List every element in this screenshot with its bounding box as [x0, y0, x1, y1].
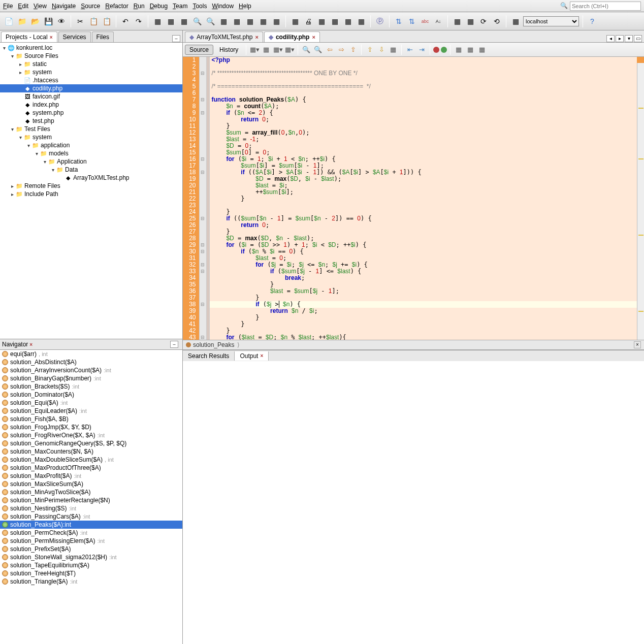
navigator-item[interactable]: solution_FrogJmp($X, $Y, $D) — [0, 423, 182, 431]
menu-refactor[interactable]: Refactor — [105, 3, 128, 10]
new-file-icon[interactable]: 📄 — [3, 16, 14, 27]
tree-item[interactable]: ▾📁system — [0, 133, 182, 141]
navigator-item[interactable]: solution_StoneWall_sigma2012($H):int — [0, 553, 182, 561]
nav-icon[interactable]: ⇦ — [325, 45, 335, 55]
tool-icon[interactable]: ▦▾ — [273, 45, 283, 55]
navigator-item[interactable]: solution_MaxProductOfThree($A) — [0, 464, 182, 472]
twisty-icon[interactable]: ▸ — [17, 70, 23, 75]
navigator-item[interactable]: solution_MaxCounters($N, $A) — [0, 447, 182, 456]
config-select[interactable]: localhost — [523, 16, 579, 26]
tree-item[interactable]: ▸📁Remote Files — [0, 182, 182, 190]
tree-item[interactable]: ▾📁Application — [0, 157, 182, 166]
tool-icon[interactable]: ▦ — [465, 45, 475, 55]
zoom-in-icon[interactable]: 🔍 — [205, 16, 216, 27]
find-prev-icon[interactable]: 🔍 — [301, 45, 311, 55]
navigator-item[interactable]: solution_MaxProfit($A):int — [0, 472, 182, 480]
tree-item[interactable]: 📄.htaccess — [0, 76, 182, 84]
navigator-item[interactable]: solution_PermMissingElem($A):int — [0, 537, 182, 545]
tree-item[interactable]: ▸📁system — [0, 68, 182, 76]
tool-icon[interactable]: ▦ — [356, 16, 367, 27]
tool-icon[interactable]: ▦ — [289, 16, 301, 27]
paste-icon[interactable]: 📋 — [101, 16, 112, 27]
twisty-icon[interactable]: ▾ — [34, 151, 40, 156]
new-project-icon[interactable]: 📁 — [16, 16, 27, 27]
open-icon[interactable]: 📂 — [29, 16, 41, 27]
sort-icon[interactable]: ⇅ — [406, 16, 417, 27]
twisty-icon[interactable]: ▾ — [9, 126, 15, 132]
tool-icon[interactable]: ▦ — [510, 16, 521, 27]
tree-item[interactable]: ◆ArrayToXMLTest.php — [0, 174, 182, 182]
twisty-icon[interactable]: ▸ — [9, 191, 15, 197]
tool-icon[interactable]: ▦ — [477, 45, 487, 55]
sync-icon[interactable]: ⟲ — [491, 16, 502, 27]
navigator-list[interactable]: equi($arr), intsolution_AbsDistinct($A)s… — [0, 350, 182, 644]
bottom-tab[interactable]: Output× — [235, 351, 269, 361]
redo-icon[interactable]: ↷ — [133, 16, 144, 27]
tool-icon[interactable]: ▦ — [342, 16, 353, 27]
menu-view[interactable]: View — [34, 3, 47, 10]
bottom-tab[interactable]: Search Results — [183, 351, 235, 361]
navigator-item[interactable]: solution_Brackets($S):int — [0, 382, 182, 391]
tool-icon[interactable]: ▦ — [454, 45, 464, 55]
tool-icon[interactable]: ▦▾ — [284, 45, 295, 55]
navigator-item[interactable]: solution_TreeHeight($T) — [0, 569, 182, 577]
tree-item[interactable]: ◆index.php — [0, 101, 182, 109]
menu-source[interactable]: Source — [81, 3, 100, 10]
tree-item[interactable]: ▸📁Include Path — [0, 190, 182, 198]
find-next-icon[interactable]: 🔍 — [313, 45, 323, 55]
close-icon[interactable]: × — [50, 35, 53, 40]
project-tree[interactable]: ▾🌐konkurent.loc▾📁Source Files▸📁static▸📁s… — [0, 43, 182, 339]
tree-item[interactable]: ▾📁models — [0, 149, 182, 157]
menu-help[interactable]: Help — [239, 3, 251, 10]
twisty-icon[interactable]: ▸ — [17, 61, 23, 67]
close-icon[interactable]: × — [255, 34, 259, 40]
nav-up-icon[interactable]: ⇧ — [365, 45, 375, 55]
navigator-item[interactable]: solution_PrefixSet($A) — [0, 545, 182, 553]
tool-icon[interactable]: ▦ — [329, 16, 340, 27]
zoom-out-icon[interactable]: 🔍 — [191, 16, 203, 27]
maximize-icon[interactable]: ▭ — [634, 35, 642, 42]
source-tab[interactable]: Source — [185, 45, 213, 55]
twisty-icon[interactable]: ▸ — [9, 183, 15, 189]
navigator-item[interactable]: solution_Equi($A):int — [0, 399, 182, 407]
tree-item[interactable]: ◆system.php — [0, 109, 182, 117]
navigator-item[interactable]: solution_Nesting($S):int — [0, 504, 182, 512]
refresh-icon[interactable]: ⟳ — [478, 16, 489, 27]
az-icon[interactable]: A↓ — [433, 16, 444, 27]
overview-ruler[interactable] — [637, 57, 644, 340]
tool-icon[interactable]: ▦▾ — [249, 45, 260, 55]
twisty-icon[interactable]: ▾ — [17, 135, 23, 140]
menu-team[interactable]: Team — [173, 3, 187, 10]
sort-icon[interactable]: ⇅ — [393, 16, 404, 27]
undo-icon[interactable]: ↶ — [120, 16, 131, 27]
close-icon[interactable]: × — [29, 342, 33, 347]
twisty-icon[interactable]: ▾ — [25, 143, 31, 148]
macro-play-icon[interactable] — [441, 47, 447, 53]
macro-record-icon[interactable] — [433, 47, 439, 53]
php-icon[interactable]: ⓟ — [374, 16, 385, 27]
menu-debug[interactable]: Debug — [150, 3, 168, 10]
panel-tab[interactable]: Services — [58, 31, 91, 42]
tree-item[interactable]: ▾📁application — [0, 141, 182, 149]
tool-icon[interactable]: ▦ — [231, 16, 242, 27]
tree-item[interactable]: ▾📁Source Files — [0, 52, 182, 60]
prev-tab-icon[interactable]: ◂ — [606, 35, 615, 42]
view-icon[interactable]: 👁 — [56, 16, 67, 27]
navigator-item[interactable]: solution_MinAvgTwoSlice($A) — [0, 488, 182, 496]
editor-tab[interactable]: ◆ArrayToXMLTest.php× — [185, 31, 263, 42]
tool-icon[interactable]: ▦ — [261, 45, 271, 55]
nav-icon[interactable]: ⇨ — [336, 45, 346, 55]
navigator-item[interactable]: solution_EquiLeader($A):int — [0, 407, 182, 415]
navigator-item[interactable]: solution_MinPerimeterRectangle($N) — [0, 496, 182, 504]
tree-item[interactable]: ▾📁Data — [0, 166, 182, 174]
cut-icon[interactable]: ✂ — [75, 16, 86, 27]
tree-item[interactable]: ◆codility.php — [0, 84, 182, 92]
close-icon[interactable]: × — [634, 341, 641, 348]
nav-icon[interactable]: ⇧ — [348, 45, 358, 55]
tool-icon[interactable]: ▦ — [465, 16, 476, 27]
dropdown-icon[interactable]: ▾ — [625, 35, 633, 42]
print-icon[interactable]: 🖨 — [303, 16, 314, 27]
close-icon[interactable]: × — [260, 353, 263, 359]
tree-item[interactable]: ▾📁Test Files — [0, 125, 182, 133]
outdent-icon[interactable]: ⇥ — [416, 45, 427, 55]
